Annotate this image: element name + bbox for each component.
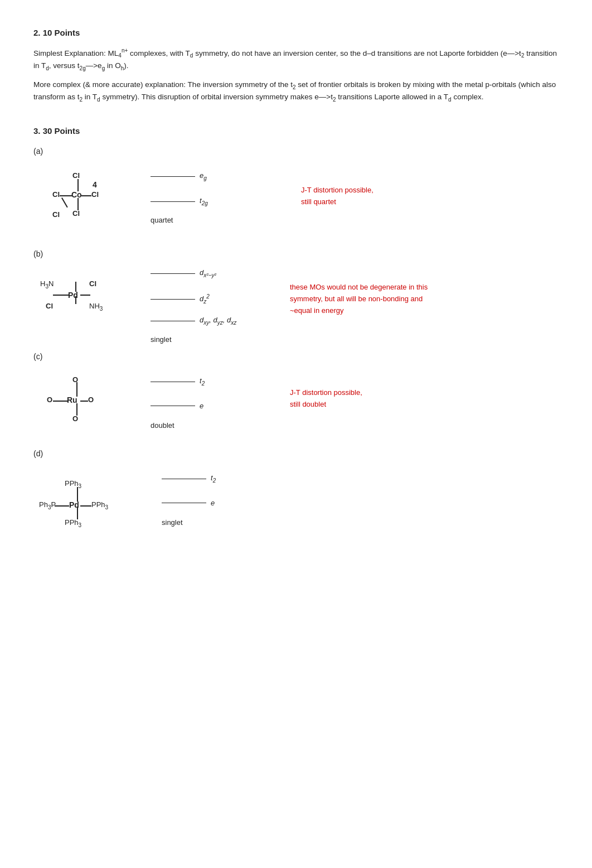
part-d-e-level: e — [162, 499, 215, 507]
part-c-mol-diagram: Ru O O O O — [33, 365, 123, 432]
part-c-e-line — [151, 406, 195, 406]
part-a-ligand-left2: Cl — [52, 210, 60, 219]
part-c-label: (c) — [33, 352, 559, 361]
section-2-header: 2. 10 Points — [33, 28, 559, 37]
part-d-t2-label: t2 — [211, 474, 216, 484]
part-d-row: Pd PPh3 PPh3 PPh3 Ph3P t2 — [33, 462, 559, 535]
part-b-ligand-cl-top: Cl — [89, 279, 96, 288]
part-c-t2-line — [151, 382, 195, 382]
part-c-center: Ru — [67, 396, 77, 404]
part-d-energy: t2 e singlet — [145, 462, 245, 524]
part-d-ligand-left: Ph3P — [39, 500, 56, 510]
part-d-e-line — [162, 503, 206, 503]
part-b-dx2y2-label: dx²−y² — [200, 268, 216, 278]
section-2: 2. 10 Points Simplest Explanation: ML4n+… — [33, 28, 559, 104]
part-c-ligand-right: O — [88, 396, 94, 404]
part-c-ligand-bottom: O — [72, 414, 78, 423]
part-c-e-level: e — [151, 402, 203, 410]
part-b-energy: dx²−y² dz2 dxy, dyz, dxz singlet — [134, 263, 268, 335]
part-a-bond-left — [60, 195, 72, 196]
part-b: (b) Pd H3N Cl Cl NH3 — [33, 249, 559, 335]
part-c-comment: J-T distortion possible,still doublet — [290, 387, 362, 411]
part-a-comment: J-T distortion possible,still quartet — [301, 185, 373, 208]
part-c-spin-label: doublet — [151, 421, 174, 430]
part-d-bond-right — [80, 505, 91, 507]
part-c-row: Ru O O O O t2 — [33, 365, 559, 432]
part-c-ligand-top: O — [72, 375, 78, 384]
part-a-t2g-line — [151, 201, 195, 202]
part-b-ligand-nh3: NH3 — [89, 302, 103, 312]
part-c-energy: t2 e doublet — [134, 365, 234, 427]
section-3-header: 3. 30 Points — [33, 126, 559, 136]
section-2-para1: Simplest Explanation: ML4n+ complexes, w… — [33, 46, 559, 73]
part-a-eg-label: eg — [200, 171, 207, 181]
part-a-t2g-level: t2g — [151, 196, 208, 206]
part-a-spin-label: quartet — [151, 216, 173, 224]
section-2-para2: More complex (& more accurate) explanati… — [33, 79, 559, 104]
part-a-bond-bottom — [77, 198, 79, 210]
part-a-center: Co — [71, 190, 82, 199]
part-c: (c) Ru O O O O — [33, 352, 559, 432]
part-a-bond-diag — [61, 198, 67, 208]
part-b-dz2-label: dz2 — [200, 293, 210, 305]
part-d: (d) Pd PPh3 PPh3 PPh3 Ph3P — [33, 449, 559, 535]
part-a-label: (a) — [33, 147, 559, 156]
part-c-bond-left — [53, 401, 67, 402]
part-c-t2-level: t2 — [151, 377, 205, 387]
part-d-bond-left — [55, 505, 69, 507]
part-d-spin-label: singlet — [162, 518, 183, 527]
part-b-label: (b) — [33, 249, 559, 258]
part-c-ligand-left: O — [47, 396, 52, 404]
part-d-mol-diagram: Pd PPh3 PPh3 PPh3 Ph3P — [33, 462, 134, 535]
part-d-t2-line — [162, 479, 206, 479]
part-a-eg-line — [151, 176, 195, 177]
part-a-ligand-bottom: Cl — [72, 209, 80, 218]
part-a-mol-diagram: Co 4 Cl Cl Cl Cl Cl — [33, 160, 123, 233]
part-b-mol-diagram: Pd H3N Cl Cl NH3 — [33, 263, 123, 330]
part-b-bond-bottom — [75, 296, 76, 304]
part-b-bond-right — [80, 295, 90, 296]
part-a-energy: eg t2g quartet — [134, 160, 245, 227]
part-c-t2-label: t2 — [200, 377, 205, 387]
part-a-eg-level: eg — [151, 171, 207, 181]
part-a: (a) Co 4 Cl Cl Cl Cl Cl — [33, 147, 559, 233]
part-a-ligand-top: Cl — [72, 171, 80, 180]
part-b-dxyz-label: dxy, dyz, dxz — [200, 316, 236, 326]
part-b-bond-top — [75, 282, 76, 292]
part-b-dxyz-level: dxy, dyz, dxz — [151, 316, 236, 326]
part-b-spin-label: singlet — [151, 335, 172, 344]
part-a-ligand-right: Cl — [91, 190, 99, 199]
part-b-dxyz-line — [151, 321, 195, 321]
part-b-row: Pd H3N Cl Cl NH3 dx²−y² — [33, 263, 559, 335]
part-b-dz2-line — [151, 299, 195, 300]
part-d-ligand-top: PPh3 — [65, 479, 81, 489]
section-3: 3. 30 Points (a) Co 4 Cl Cl Cl Cl Cl — [33, 126, 559, 535]
part-a-bond-top — [77, 179, 79, 191]
part-c-bond-right — [80, 401, 88, 402]
part-b-dx2y2-line — [151, 273, 195, 274]
part-a-ligand-left1: Cl — [52, 190, 60, 199]
part-a-t2g-label: t2g — [200, 196, 208, 206]
part-c-e-label: e — [200, 402, 203, 410]
part-b-dx2y2-level: dx²−y² — [151, 268, 216, 278]
part-a-row: Co 4 Cl Cl Cl Cl Cl — [33, 160, 559, 233]
part-d-ligand-right: PPh3 — [91, 500, 108, 510]
part-a-charge: 4 — [93, 180, 97, 189]
part-c-bond-top — [76, 382, 77, 397]
part-b-ligand-h3n: H3N — [40, 279, 54, 290]
part-a-bond-right — [81, 195, 91, 196]
part-d-e-label: e — [211, 499, 215, 507]
part-b-ligand-cl-bottom: Cl — [46, 302, 53, 310]
part-c-bond-bottom — [76, 403, 77, 416]
part-b-bond-left — [53, 295, 69, 296]
part-b-comment: these MOs would not be degenerate in thi… — [290, 282, 446, 316]
part-d-bond-bottom — [77, 507, 78, 519]
part-b-center: Pd — [68, 291, 78, 300]
part-d-ligand-bottom: PPh3 — [65, 518, 81, 528]
part-d-label: (d) — [33, 449, 559, 458]
part-d-bond-top — [77, 487, 78, 501]
part-b-dz2-level: dz2 — [151, 293, 210, 305]
part-d-t2-level: t2 — [162, 474, 216, 484]
